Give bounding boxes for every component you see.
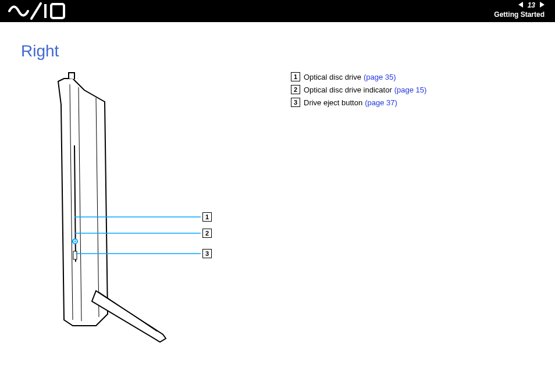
svg-rect-10 — [73, 251, 77, 259]
page-link[interactable]: (page 35) — [364, 73, 396, 81]
page-nav: 13 — [518, 1, 545, 9]
svg-marker-2 — [518, 2, 523, 8]
page-link[interactable]: (page 15) — [394, 85, 427, 94]
callout-box-1: 1 — [202, 212, 212, 222]
device-right-view-diagram: 1 2 3 — [41, 70, 227, 349]
legend-num: 3 — [291, 98, 300, 107]
page-header: 13 Getting Started — [0, 0, 555, 22]
legend-text: Drive eject button — [304, 98, 362, 107]
page-link[interactable]: (page 37) — [365, 98, 397, 107]
legend-row: 1 Optical disc drive (page 35) — [291, 72, 426, 81]
callout-box-3: 3 — [202, 249, 212, 258]
section-title: Right — [21, 42, 536, 60]
vaio-logo — [8, 2, 78, 22]
callout-box-2: 2 — [202, 229, 212, 238]
page-number: 13 — [528, 1, 535, 9]
legend-text: Optical disc drive indicator — [304, 85, 392, 94]
section-label: Getting Started — [494, 10, 545, 19]
svg-marker-3 — [540, 2, 545, 8]
svg-rect-1 — [51, 4, 64, 18]
next-page-arrow-icon[interactable] — [539, 1, 545, 9]
legend-row: 2 Optical disc drive indicator (page 15) — [291, 85, 426, 94]
legend-text: Optical disc drive — [304, 73, 361, 81]
legend: 1 Optical disc drive (page 35) 2 Optical… — [291, 72, 426, 111]
svg-point-9 — [74, 241, 76, 243]
legend-row: 3 Drive eject button (page 37) — [291, 98, 426, 107]
prev-page-arrow-icon[interactable] — [518, 1, 524, 9]
legend-num: 2 — [291, 85, 300, 94]
svg-rect-0 — [44, 4, 47, 18]
legend-num: 1 — [291, 72, 300, 81]
